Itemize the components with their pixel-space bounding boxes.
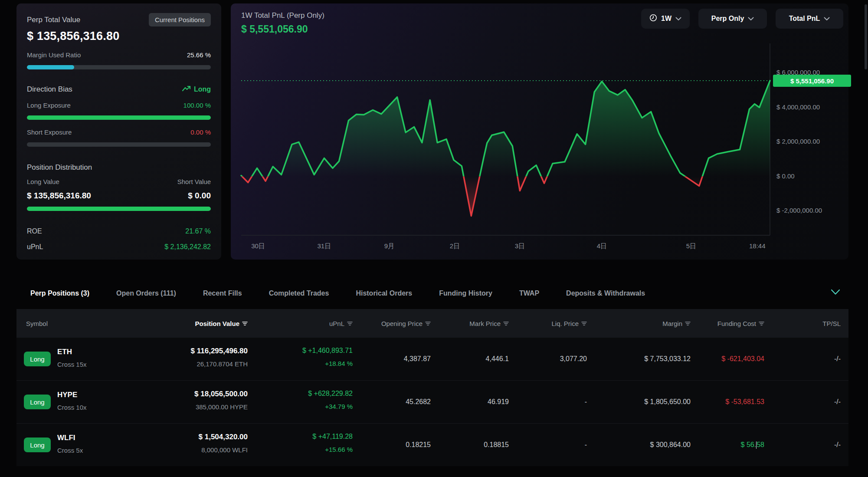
symbol-leverage: Cross 10x: [57, 404, 87, 411]
position_value-subvalue: 26,170.8704 ETH: [191, 361, 248, 367]
column-label: Margin: [662, 320, 682, 327]
long-value-label: Long Value: [27, 178, 59, 185]
cell-liq_price: 3,077.20: [560, 338, 587, 380]
short-exposure-label: Short Exposure: [27, 128, 72, 136]
roe-value: 21.67 %: [185, 227, 211, 235]
long-exposure-value: 100.00 %: [183, 102, 211, 109]
column-header-symbol: Symbol: [26, 309, 48, 338]
column-header-funding_cost[interactable]: Funding Cost: [717, 309, 764, 338]
column-header-opening_price[interactable]: Opening Price: [381, 309, 431, 338]
pnl-line-chart[interactable]: [231, 3, 848, 260]
long-exposure-bar-fill: [27, 115, 211, 120]
tab-open-orders-111[interactable]: Open Orders (111): [116, 289, 176, 297]
column-label: Funding Cost: [717, 320, 756, 327]
x-axis-tick: 5日: [686, 242, 696, 250]
tab-completed-trades[interactable]: Completed Trades: [269, 289, 329, 297]
short-exposure-value: 0.00 %: [190, 128, 211, 136]
sort-filter-icon: [685, 320, 691, 327]
perp-total-value-label: Perp Total Value: [27, 16, 80, 24]
column-label: TP/SL: [822, 320, 841, 327]
cell-tpsl: -/-: [834, 338, 841, 380]
margin-used-bar: [27, 65, 211, 69]
roe-label: ROE: [27, 227, 42, 235]
collapse-section-chevron-icon[interactable]: [830, 289, 841, 297]
column-label: Symbol: [26, 320, 48, 327]
x-axis-tick: 9月: [384, 242, 394, 250]
tab-recent-fills[interactable]: Recent Fills: [203, 289, 242, 297]
x-axis-tick: 4日: [597, 242, 607, 250]
table-row-hype[interactable]: LongHYPECross 10x$ 18,056,500.00385,000.…: [16, 380, 848, 423]
cell-funding_cost: $ 56.58: [741, 424, 764, 466]
tab-historical-orders[interactable]: Historical Orders: [356, 289, 412, 297]
perp-total-value-panel: Perp Total Value Current Positions $ 135…: [16, 3, 221, 260]
column-header-mark_price[interactable]: Mark Price: [469, 309, 509, 338]
cell-margin: $ 7,753,033.12: [644, 338, 691, 380]
table-row-eth[interactable]: LongETHCross 15x$ 116,295,496.8026,170.8…: [16, 338, 848, 380]
column-header-upnl[interactable]: uPnL: [329, 309, 353, 338]
upnl-value: $ 2,136,242.82: [164, 243, 211, 251]
column-header-margin[interactable]: Margin: [662, 309, 691, 338]
cell-position_value: $ 1,504,320.008,000,000 WLFI: [199, 433, 248, 453]
column-header-tpsl: TP/SL: [822, 309, 841, 338]
positions-section: Perp Positions (3)Open Orders (111)Recen…: [16, 280, 848, 465]
cell-mark_price: 4,446.1: [486, 338, 509, 380]
sort-filter-icon: [581, 320, 587, 327]
long-exposure-label: Long Exposure: [27, 102, 71, 109]
x-axis-tick: 2日: [450, 242, 460, 250]
current-positions-chip[interactable]: Current Positions: [149, 13, 211, 26]
tab-bar: Perp Positions (3)Open Orders (111)Recen…: [30, 280, 835, 307]
trend-up-icon: [182, 86, 191, 93]
column-header-position_value[interactable]: Position Value: [195, 309, 248, 338]
cell-position_value: $ 116,295,496.8026,170.8704 ETH: [191, 347, 248, 367]
cell-upnl: $ +628,229.82+34.79 %: [308, 390, 353, 410]
upnl-subvalue: +18.84 %: [302, 360, 353, 367]
column-label: Liq. Price: [551, 320, 579, 327]
position_value-value: $ 18,056,500.00: [194, 390, 248, 398]
column-header-liq_price[interactable]: Liq. Price: [551, 309, 587, 338]
scrollbar-thumb[interactable]: [865, 4, 867, 69]
position-distribution-label: Position Distribution: [27, 163, 92, 171]
current-pnl-axis-badge: $ 5,551,056.90: [773, 75, 851, 87]
table-row-wlfi[interactable]: LongWLFICross 5x$ 1,504,320.008,000,000 …: [16, 423, 848, 466]
tab-funding-history[interactable]: Funding History: [439, 289, 492, 297]
upnl-value: $ +628,229.82: [308, 390, 353, 397]
cell-opening_price: 0.18215: [406, 424, 431, 466]
upnl-value: $ +1,460,893.71: [302, 347, 353, 354]
long-exposure-bar: [27, 115, 211, 120]
short-exposure-bar: [27, 142, 211, 147]
tab-perp-positions-3[interactable]: Perp Positions (3): [30, 289, 89, 297]
symbol-name: WLFI: [57, 434, 75, 442]
tab-twap[interactable]: TWAP: [519, 289, 539, 297]
cell-upnl: $ +47,119.28+15.66 %: [312, 433, 353, 453]
tab-deposits-withdrawals[interactable]: Deposits & Withdrawals: [566, 289, 645, 297]
cell-opening_price: 45.2682: [406, 381, 431, 423]
x-axis-tick: 30日: [251, 242, 265, 250]
cell-tpsl: -/-: [834, 381, 841, 423]
margin-used-ratio-label: Margin Used Ratio: [27, 51, 81, 59]
side-badge: Long: [24, 438, 51, 452]
y-axis-tick: $ -2,000,000.00: [776, 207, 822, 214]
position-distribution-bar-fill: [27, 207, 211, 211]
upnl-value: $ +47,119.28: [312, 433, 353, 440]
symbol-leverage: Cross 5x: [57, 447, 83, 454]
cell-funding_cost: $ -621,403.04: [721, 338, 764, 380]
position-distribution-bar: [27, 207, 211, 211]
sort-filter-icon: [242, 320, 248, 327]
upnl-subvalue: +15.66 %: [312, 446, 353, 453]
sort-filter-icon: [425, 320, 431, 327]
cell-liq_price: -: [585, 424, 587, 466]
direction-bias-label: Direction Bias: [27, 85, 72, 94]
cell-opening_price: 4,387.87: [404, 338, 431, 380]
x-axis-tick: 18:44: [749, 242, 766, 250]
cell-margin: $ 1,805,650.00: [644, 381, 691, 423]
perp-portfolio-dashboard: Perp Total Value Current Positions $ 135…: [0, 0, 868, 477]
symbol-name: ETH: [57, 348, 72, 356]
direction-bias-value: Long: [194, 86, 211, 93]
x-axis-tick: 31日: [318, 242, 331, 250]
column-label: Mark Price: [469, 320, 501, 327]
cell-tpsl: -/-: [834, 424, 841, 466]
cell-funding_cost: $ -53,681.53: [725, 381, 764, 423]
x-axis-tick: 3日: [515, 242, 525, 250]
short-value: $ 0.00: [188, 191, 211, 201]
margin-used-bar-fill: [27, 65, 74, 69]
